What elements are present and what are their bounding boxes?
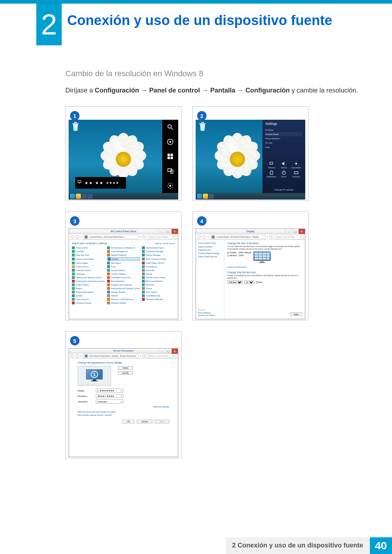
cp-item[interactable]: Internet Options [107, 269, 140, 272]
taskbar-explorer-icon[interactable] [76, 194, 81, 199]
cp-item[interactable]: Personalization [107, 280, 140, 283]
cp-item[interactable]: Add features to Windows 8 [107, 246, 140, 249]
brightness-icon[interactable]: Unavailable [290, 161, 302, 169]
cp-item[interactable]: Sync Center [142, 291, 175, 294]
cp-item[interactable]: Action Center [72, 246, 105, 249]
cp-item[interactable]: HomeGroup [142, 265, 175, 268]
maximize-button[interactable]: ☐ [292, 229, 298, 234]
cp-item[interactable]: Credential Manager [142, 250, 175, 253]
forward-button[interactable]: › [203, 235, 206, 239]
cp-item[interactable]: Mouse [142, 272, 175, 275]
maximize-button[interactable]: ☐ [165, 349, 171, 354]
network-icon[interactable]: Network [265, 161, 278, 169]
taskbar-ie-icon[interactable] [197, 194, 202, 199]
breadcrumb[interactable]: ›Control Panel › All Control Panel Items… [83, 235, 138, 239]
back-button[interactable]: ‹ [70, 235, 74, 239]
cp-item[interactable]: Notification Area Icons [107, 276, 140, 279]
maximize-button[interactable]: ☐ [165, 229, 171, 234]
cp-item[interactable]: Ease of Access Center [142, 257, 175, 261]
cp-item[interactable]: Performance Information and Tools [72, 280, 105, 283]
cp-item[interactable]: Keyboard [142, 269, 175, 272]
cp-item[interactable]: Region [72, 287, 105, 290]
cp-item[interactable]: Power Options [72, 283, 105, 286]
settings-item[interactable]: Help [265, 145, 302, 149]
charm-devices-icon[interactable] [162, 164, 178, 178]
settings-item[interactable]: Desktop [265, 128, 302, 132]
detect-button[interactable]: Detect [118, 366, 133, 370]
cp-item[interactable]: Windows Update [107, 301, 140, 304]
magnifier-link[interactable]: Magnifier [271, 248, 278, 250]
change-pc-settings[interactable]: Change PC settings [262, 189, 305, 191]
cp-item[interactable]: Speech Recognition [72, 291, 105, 294]
settings-item[interactable]: Personalization [265, 136, 302, 141]
cp-item[interactable]: Color Management [107, 250, 140, 253]
resolution-select[interactable]: ★★★★ × ★★★★▾ [96, 394, 123, 398]
cp-item[interactable]: Windows Defender [142, 298, 175, 301]
cp-item[interactable]: Family Safety [72, 262, 105, 264]
apply-button[interactable]: Apply [155, 420, 169, 423]
settings-item[interactable]: PC info [265, 141, 302, 145]
cp-item[interactable]: Device Manager [142, 254, 175, 257]
close-button[interactable]: ✕ [171, 349, 178, 354]
display-select[interactable]: 1. ★★★★★★★★▾ [96, 389, 123, 393]
cp-item[interactable]: Display [107, 257, 140, 261]
charm-start-icon[interactable] [162, 149, 178, 164]
help-link[interactable]: What display settings should I choose? [78, 414, 169, 416]
charm-settings-icon[interactable] [162, 178, 178, 193]
forward-button[interactable]: › [75, 235, 79, 239]
cp-item[interactable]: Troubleshooting [142, 294, 175, 297]
monitor-preview[interactable]: 1 [78, 366, 111, 386]
search-input[interactable]: Search Control Panel [147, 354, 176, 358]
cp-item[interactable]: Storage Spaces [107, 291, 140, 294]
charm-share-icon[interactable] [162, 134, 178, 149]
search-input[interactable]: Search Control Panel [147, 235, 176, 239]
cp-item[interactable]: System [72, 294, 105, 297]
bold-checkbox[interactable]: Bold [256, 281, 262, 283]
cp-item[interactable]: File History [107, 262, 140, 264]
taskbar-app-icon[interactable] [209, 194, 214, 199]
minimize-button[interactable]: – [158, 349, 165, 354]
taskbar-ie-icon[interactable] [70, 194, 75, 199]
sidebar-link[interactable]: Calibrate color [198, 249, 222, 251]
cp-item[interactable]: Default Programs [107, 254, 140, 257]
cp-item[interactable]: Windows 7 File Recovery [107, 298, 140, 301]
cp-item[interactable]: Programs and Features [107, 283, 140, 286]
sidebar-link[interactable]: Adjust resolution [198, 246, 222, 248]
radio-medium[interactable]: Medium - 125% [227, 254, 251, 257]
keyboard-icon[interactable]: Keyboard [290, 170, 302, 178]
cp-item[interactable]: Network and Sharing Center [72, 276, 105, 279]
seealso-link[interactable]: Personalization [198, 312, 215, 314]
minimize-button[interactable]: – [158, 229, 165, 234]
size-select[interactable]: 11 [244, 280, 254, 284]
close-button[interactable]: ✕ [171, 229, 178, 234]
cancel-button[interactable]: Cancel [137, 420, 152, 423]
cp-item[interactable]: Flash Player (32-bit) [142, 262, 175, 264]
charm-search-icon[interactable] [162, 120, 178, 134]
cp-item[interactable]: Phone and Modem [142, 280, 175, 283]
custom-sizing-link[interactable]: Custom sizing options [227, 266, 302, 268]
cp-item[interactable]: Taskbar [107, 294, 140, 297]
cp-item[interactable]: Indexing Options [72, 269, 105, 272]
close-button[interactable]: ✕ [298, 229, 305, 234]
back-button[interactable]: ‹ [197, 235, 201, 239]
identify-button[interactable]: Identify [118, 371, 133, 375]
cp-item[interactable]: Administrative Tools [142, 246, 175, 249]
forward-button[interactable]: › [75, 354, 79, 358]
item-select[interactable]: Title bars [227, 280, 243, 284]
notifications-icon[interactable]: Notifications [265, 170, 278, 178]
cp-item[interactable]: Language [72, 272, 105, 275]
sidebar-link[interactable]: Adjust ClearType text [198, 255, 222, 258]
cp-item[interactable]: NVIDIA Control Panel [142, 276, 175, 279]
apply-button[interactable]: Apply [290, 312, 302, 316]
advanced-settings-link[interactable]: Advanced settings [78, 406, 169, 408]
back-button[interactable]: ‹ [70, 354, 74, 358]
sidebar-home[interactable]: Control Panel Home [198, 242, 222, 244]
cp-item[interactable]: Windows Firewall [72, 301, 105, 304]
sidebar-link[interactable]: Change display settings [198, 252, 222, 254]
cp-item[interactable]: User Accounts [72, 298, 105, 301]
taskbar-app-icon[interactable] [82, 194, 87, 199]
search-input[interactable]: Search Control Panel [274, 235, 303, 239]
cp-item[interactable]: RemoteApp and Desktop Connections [107, 287, 140, 290]
power-icon[interactable]: Power [278, 170, 290, 178]
cp-item[interactable]: Sound [142, 287, 175, 290]
